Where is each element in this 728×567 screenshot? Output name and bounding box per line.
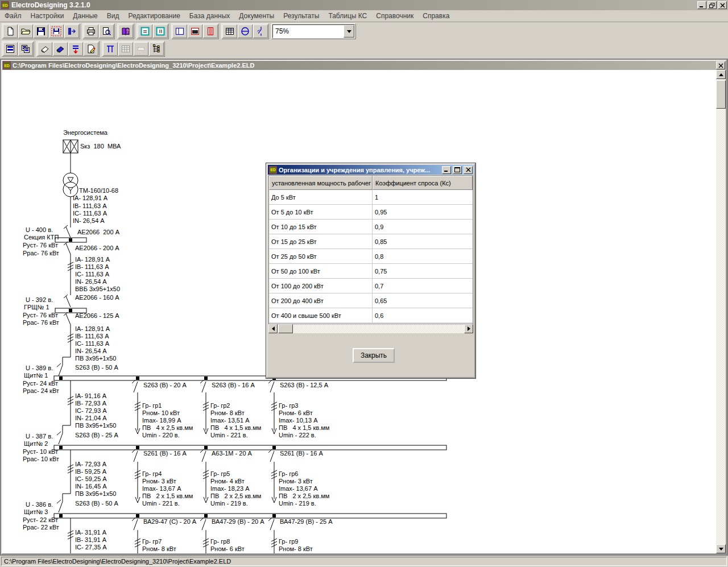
columns-button[interactable] [103, 42, 118, 56]
table-row[interactable]: До 5 кВт 1 [269, 190, 473, 205]
recalculate-button[interactable] [68, 42, 83, 56]
child-titlebar[interactable]: ED C:\Program Files\ElectroDesigning\Ele… [2, 61, 726, 70]
diagram-label: ГРЩ№ 1 [24, 304, 49, 311]
menu-item[interactable]: Справка [418, 11, 454, 21]
eraser-blue-icon [55, 44, 65, 54]
diagram-label: Imax- 10,13 А [279, 417, 317, 424]
diagram-label: АЕ2066 200 А [77, 229, 119, 235]
power-range-cell[interactable]: До 5 кВт [269, 190, 373, 204]
menu-item[interactable]: Справочник [371, 11, 418, 21]
table-row[interactable]: От 15 до 25 кВт 0,85 [269, 234, 473, 249]
equal-frame-button[interactable] [138, 24, 152, 38]
tree-button[interactable] [149, 42, 164, 56]
help-book-button[interactable] [118, 24, 133, 38]
diagram-label: IN- 26,54 А [75, 278, 107, 285]
restore-button[interactable] [708, 1, 717, 9]
power-range-cell[interactable]: От 15 до 25 кВт [269, 234, 373, 249]
table-row[interactable]: От 10 до 15 кВт 0,9 [269, 220, 473, 234]
red-column-button[interactable] [203, 24, 218, 38]
power-range-cell[interactable]: От 10 до 15 кВт [269, 220, 373, 234]
coefficient-cell[interactable]: 0,6 [373, 308, 473, 322]
scroll-thumb[interactable] [716, 80, 726, 109]
menu-item[interactable]: Редактирование [123, 11, 184, 21]
power-range-cell[interactable]: От 5 до 10 кВт [269, 205, 373, 219]
table-row[interactable]: От 50 до 100 кВт 0,75 [269, 264, 473, 279]
coefficient-cell[interactable]: 0,7 [373, 279, 473, 293]
diagram-label: ВВБ 3х95+1х50 [75, 285, 120, 292]
db-section-icon [240, 26, 250, 36]
table-row[interactable]: От 400 и свыше 500 кВт 0,6 [269, 308, 473, 323]
save-button[interactable] [34, 24, 48, 38]
scroll-down-button[interactable] [716, 544, 726, 553]
coefficient-cell[interactable]: 0,9 [373, 220, 473, 234]
coefficient-cell[interactable]: 1 [373, 190, 473, 204]
dialog-close-button[interactable] [464, 166, 473, 174]
diagram-label: ПВ 4 х 1,5 кв.мм [279, 424, 329, 431]
dialog-titlebar[interactable]: ED Организации и учреждения управления, … [268, 165, 474, 175]
coefficient-cell[interactable]: 0,75 [373, 264, 473, 278]
list-button[interactable] [3, 42, 18, 56]
power-range-cell[interactable]: От 50 до 100 кВт [269, 264, 373, 278]
branch-gr3 [268, 380, 277, 434]
ruler-disabled-button[interactable] [134, 42, 148, 56]
pause-frame-button[interactable] [153, 24, 168, 38]
scroll-up-button[interactable] [716, 70, 726, 79]
diagram-label: Ррас- 24 кВт [23, 387, 59, 394]
coefficient-cell[interactable]: 0,95 [373, 205, 473, 219]
dialog-maximize-button[interactable] [453, 166, 462, 174]
hscroll-thumb[interactable] [278, 324, 293, 333]
menu-item[interactable]: Вид [102, 11, 124, 21]
scroll-right-button[interactable] [464, 324, 473, 333]
menu-item[interactable]: Настройки [26, 11, 69, 21]
print-button[interactable] [84, 24, 98, 38]
open-folder-button[interactable] [18, 24, 33, 38]
restore-icon [709, 3, 715, 8]
import-button[interactable] [64, 24, 79, 38]
breaker-polyline-button[interactable] [253, 24, 268, 38]
column-header-power[interactable]: установленная мощность рабочег [269, 176, 373, 190]
table-row[interactable]: От 100 до 200 кВт 0,7 [269, 279, 473, 293]
vertical-scrollbar[interactable] [716, 70, 726, 553]
menu-item[interactable]: Данные [68, 11, 102, 21]
main-titlebar[interactable]: ED ElectroDesigning 3.2.1.0 [0, 0, 728, 10]
zoom-combobox[interactable] [272, 24, 355, 38]
close-button[interactable] [718, 1, 727, 9]
table-row[interactable]: От 25 до 50 кВт 0,8 [269, 249, 473, 264]
column-header-coefficient[interactable]: Коэффициент спроса (Кс) [373, 176, 473, 190]
grid-disabled-icon [121, 44, 131, 54]
zoom-input[interactable] [273, 27, 344, 36]
new-document-button[interactable] [3, 24, 18, 38]
eraser-white-button[interactable] [38, 42, 52, 56]
dialog-horizontal-scrollbar[interactable] [268, 324, 473, 333]
table-row[interactable]: От 5 до 10 кВт 0,95 [269, 205, 473, 220]
power-range-cell[interactable]: От 100 до 200 кВт [269, 279, 373, 293]
save-all-button[interactable] [49, 24, 64, 38]
zoom-dropdown-button[interactable] [344, 25, 354, 38]
coefficient-cell[interactable]: 0,65 [373, 293, 473, 308]
table-row[interactable]: От 200 до 400 кВт 0,65 [269, 293, 473, 308]
child-close-button[interactable] [716, 61, 725, 69]
coefficient-cell[interactable]: 0,8 [373, 249, 473, 263]
window-frame-button[interactable] [172, 24, 187, 38]
grid-disabled-button[interactable] [118, 42, 133, 56]
power-range-cell[interactable]: От 25 до 50 кВт [269, 249, 373, 263]
power-range-cell[interactable]: От 200 до 400 кВт [269, 293, 373, 308]
menu-item[interactable]: Файл [0, 11, 26, 21]
menu-item[interactable]: Документы [234, 11, 279, 21]
print-preview-button[interactable] [99, 24, 114, 38]
menu-item[interactable]: Таблицы КС [324, 11, 371, 21]
minimize-button[interactable] [697, 1, 706, 9]
menu-item[interactable]: Результаты [279, 11, 324, 21]
dialog-close-action-button[interactable]: Закрыть [353, 348, 395, 363]
menu-item[interactable]: База данных [185, 11, 234, 21]
cascade-list-button[interactable] [18, 42, 33, 56]
dialog-minimize-button[interactable] [442, 166, 451, 174]
scroll-left-button[interactable] [268, 324, 278, 333]
power-range-cell[interactable]: От 400 и свыше 500 кВт [269, 308, 373, 322]
db-section-button[interactable] [238, 24, 253, 38]
coefficient-cell[interactable]: 0,85 [373, 234, 473, 249]
eraser-blue-button[interactable] [53, 42, 68, 56]
window-dark-button[interactable] [188, 24, 202, 38]
edit-document-button[interactable] [84, 42, 98, 56]
table-grid-button[interactable] [222, 24, 237, 38]
